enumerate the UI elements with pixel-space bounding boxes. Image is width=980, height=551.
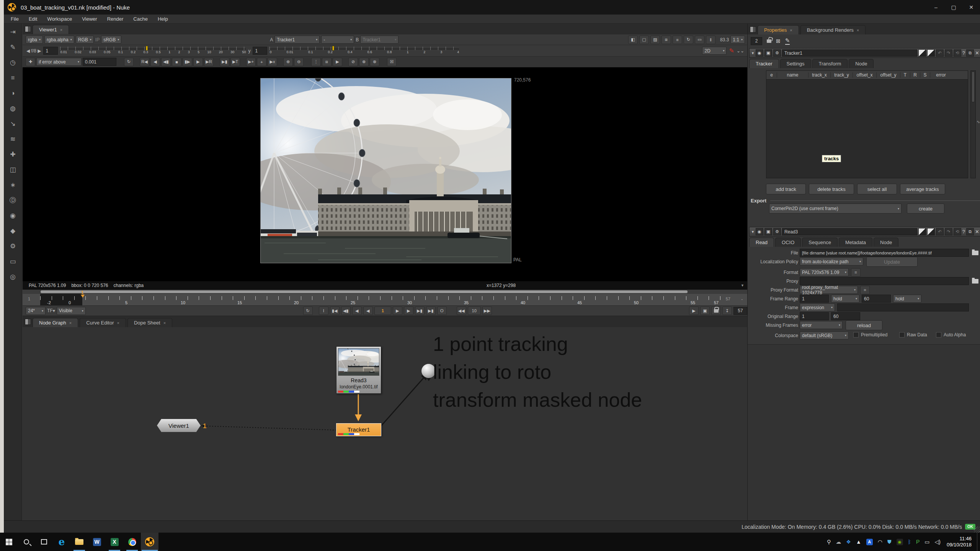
close-tab-icon[interactable]: ×	[60, 28, 62, 32]
col-offset-x[interactable]: offset_x	[853, 72, 877, 78]
error-condition-dropdown[interactable]: if error above▾	[36, 58, 82, 66]
tray-share-icon[interactable]: ❖	[846, 539, 851, 545]
clear-all-panels-icon[interactable]: ⊠	[776, 38, 781, 44]
add-track-button[interactable]: add track	[766, 184, 806, 194]
plugins-node-icon[interactable]: ◎	[8, 272, 18, 281]
show-desktop-button[interactable]	[977, 533, 980, 551]
gain-slider[interactable]: 0.010.020.030.050.10.20.30.5123510203050	[60, 47, 246, 55]
step-backward-icon[interactable]: ◀	[363, 306, 373, 315]
col-offset-y[interactable]: offset_y	[877, 72, 900, 78]
resize-grip[interactable]	[974, 527, 980, 533]
stop-tracking-icon[interactable]: ■	[172, 58, 181, 66]
tab-properties[interactable]: Properties×	[758, 25, 799, 34]
select-all-button[interactable]: select all	[857, 184, 897, 194]
col-track-x[interactable]: track_x	[808, 72, 831, 78]
timeline-ruler[interactable]: 1 -2 0 5 10 15 20 25 30 35 40 45 50 55 5…	[23, 294, 747, 305]
flipbook-icon[interactable]: ▶	[689, 306, 699, 315]
create-button[interactable]: create	[907, 204, 944, 214]
gain-input[interactable]: 1	[43, 47, 58, 55]
track-range-forward-icon[interactable]: ▶R	[204, 58, 214, 66]
metadata-node-icon[interactable]: ◆	[8, 227, 18, 235]
filter-node-icon[interactable]: ◍	[8, 104, 18, 113]
clear-forward-icon[interactable]: ⊘	[348, 58, 358, 66]
read3-name-field[interactable]: Read3	[782, 228, 917, 235]
tray-bluetooth-icon[interactable]: ᛒ	[908, 539, 911, 545]
col-t[interactable]: T	[900, 72, 910, 78]
go-last-frame-icon[interactable]: ▶▮	[426, 306, 436, 315]
pane-menu-icon[interactable]	[25, 319, 31, 325]
track-range-backward-icon[interactable]: R◀	[140, 58, 149, 66]
track-to-t-icon[interactable]: ▶T	[230, 58, 240, 66]
delete-tracks-button[interactable]: delete tracks	[809, 184, 854, 194]
float-panel-icon[interactable]: ⧉	[966, 49, 974, 57]
close-tab-icon[interactable]: ×	[857, 28, 859, 33]
start-button[interactable]	[0, 533, 18, 551]
infobar-collapse-icon[interactable]: ▼	[741, 284, 744, 287]
colorspace-dropdown[interactable]: default (sRGB)▾	[800, 331, 849, 339]
b-input-dropdown[interactable]: Tracker1▾	[360, 36, 399, 44]
help-icon[interactable]: ?	[962, 229, 965, 235]
edge-app-icon[interactable]: e	[53, 533, 70, 551]
track-next-frame-icon[interactable]: ▮▶	[183, 58, 192, 66]
add-pattern-icon[interactable]: ⊕	[283, 58, 293, 66]
zoom-level[interactable]: 83.3	[720, 37, 729, 42]
col-e[interactable]: e	[766, 72, 777, 78]
particles-node-icon[interactable]: ∗	[8, 181, 18, 189]
loop-mode-icon[interactable]: ↻	[303, 306, 313, 315]
show-zoom-window-icon[interactable]: ⧈	[322, 58, 332, 66]
channel-node-icon[interactable]: ≡	[8, 73, 18, 82]
export-frames-icon[interactable]: ↧	[722, 306, 732, 315]
visibility-dropdown[interactable]: Visible▾	[57, 307, 86, 315]
node-read3[interactable]: Read3 londonEye.0001.tif	[336, 346, 381, 394]
minimize-button[interactable]: –	[927, 0, 945, 15]
menu-workspace[interactable]: Workspace	[47, 16, 72, 22]
tray-satellite-icon[interactable]: ◠	[878, 539, 882, 545]
update-button[interactable]: Update	[866, 257, 918, 267]
composite-icon[interactable]: ◧	[628, 36, 638, 44]
go-first-frame-icon[interactable]: ▮◀	[330, 306, 340, 315]
retrack-icon[interactable]: ↻	[124, 58, 134, 66]
tracker1-name-field[interactable]: Tracker1	[782, 49, 917, 57]
skip-forward-icon[interactable]: ▶▶	[482, 306, 492, 315]
transform-node-icon[interactable]: ✚	[8, 150, 18, 159]
menu-help[interactable]: Help	[158, 16, 168, 22]
clear-all-icon[interactable]: ⊗	[359, 58, 369, 66]
reload-button[interactable]: reload	[846, 320, 882, 330]
raw-data-checkbox[interactable]: Raw Data	[899, 332, 927, 337]
add-key-icon[interactable]: +	[257, 58, 266, 66]
timeline-mode-dropdown[interactable]: TF▾	[47, 308, 55, 313]
average-tracks-button[interactable]: average tracks	[900, 184, 945, 194]
tray-cloud-icon[interactable]: ☁	[836, 539, 841, 545]
menu-viewer[interactable]: Viewer	[82, 16, 97, 22]
viewer-lut-dropdown[interactable]: sRGB▾	[101, 36, 121, 44]
pane-menu-icon[interactable]	[750, 26, 756, 33]
tray-pulse-icon[interactable]: P	[916, 539, 920, 545]
close-tab-icon[interactable]: ×	[163, 321, 166, 325]
lock-range-icon[interactable]	[711, 306, 721, 315]
layer-dropdown[interactable]: rgba.alpha▾	[44, 36, 74, 44]
tab-tracker[interactable]: Tracker	[749, 59, 779, 68]
close-panel-icon[interactable]: ✕	[975, 229, 979, 235]
tab-read[interactable]: Read	[749, 238, 774, 247]
time-node-icon[interactable]: ◷	[8, 58, 18, 67]
premultiplied-checkbox[interactable]: Premultiplied	[853, 332, 887, 337]
error-threshold-input[interactable]: 0.001	[83, 58, 116, 66]
remove-pattern-icon[interactable]: ⊖	[294, 58, 304, 66]
merge-node-icon[interactable]: ≋	[8, 135, 18, 143]
proxy-field[interactable]	[800, 277, 969, 285]
step-forward-icon[interactable]: ▶	[393, 306, 402, 315]
close-panel-icon[interactable]: ✕	[975, 50, 979, 56]
views-node-icon[interactable]: ◉	[8, 211, 18, 220]
pause-icon[interactable]: ‖	[706, 36, 715, 44]
export-type-dropdown[interactable]: CornerPin2D (use current frame)▾	[769, 204, 902, 214]
a-input-dropdown[interactable]: Tracker1▾	[274, 36, 320, 44]
frame-range-end-mode[interactable]: hold▾	[893, 295, 921, 303]
tray-autodesk-icon[interactable]: ▲	[856, 539, 861, 545]
panel-color-swatch[interactable]	[927, 228, 935, 235]
tray-defender-icon[interactable]: ⛊	[887, 539, 892, 545]
tab-ocio[interactable]: OCIO	[775, 238, 801, 247]
timeline-collapse-icon[interactable]: ⌄	[740, 297, 743, 301]
tab-transform[interactable]: Transform	[812, 59, 848, 68]
tray-nvidia-icon[interactable]: ◉	[897, 539, 903, 545]
tab-settings[interactable]: Settings	[780, 59, 811, 68]
